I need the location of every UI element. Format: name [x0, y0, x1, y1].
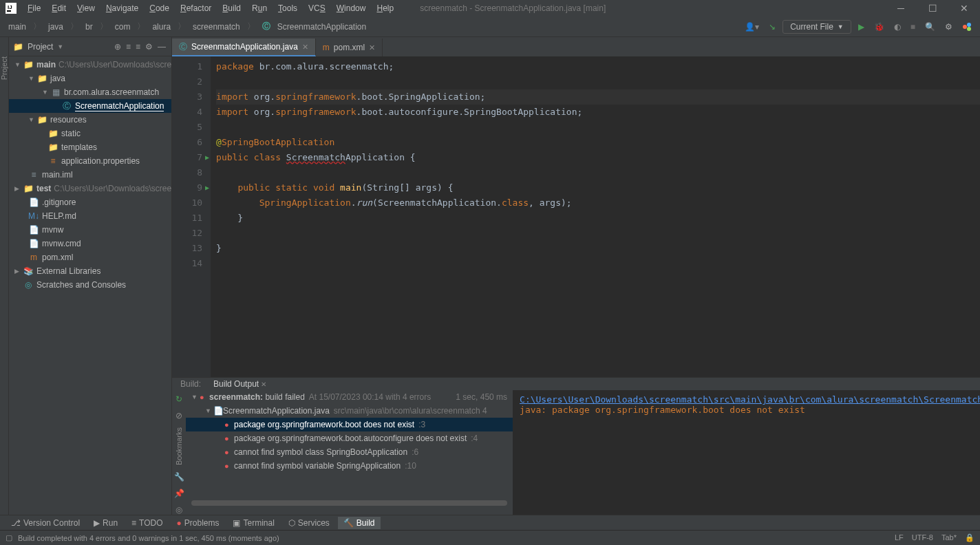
- close-icon[interactable]: ✕: [302, 43, 308, 52]
- error-icon: ●: [177, 518, 182, 528]
- select-opened-icon[interactable]: ⊕: [113, 41, 122, 53]
- tree-node-mvnw[interactable]: 📄mvnw: [9, 223, 171, 237]
- search-icon[interactable]: 🔍: [922, 21, 938, 33]
- project-tree[interactable]: ▼📁mainC:\Users\User\Downloads\scre ▼📁jav…: [9, 56, 171, 515]
- build-output-tab[interactable]: Build Output ✕: [211, 378, 269, 390]
- menu-help[interactable]: Help: [371, 1, 399, 16]
- coverage-button[interactable]: ◐: [891, 21, 904, 33]
- run-gutter-icon[interactable]: ▶: [205, 180, 209, 195]
- code-content[interactable]: ●4 ▲2 ✔1 ˄ package br.com.alura.screenma…: [211, 56, 980, 377]
- run-button[interactable]: ▶: [855, 21, 867, 33]
- menu-edit[interactable]: Edit: [46, 1, 72, 16]
- tree-node-resources[interactable]: ▼📁resources: [9, 113, 171, 127]
- menu-view[interactable]: View: [72, 1, 100, 16]
- todo-tool[interactable]: ≡TODO: [126, 517, 168, 529]
- tree-node-gitignore[interactable]: 📄.gitignore: [9, 195, 171, 209]
- tree-node-pom[interactable]: mpom.xml: [9, 250, 171, 264]
- build-error-row[interactable]: ●package org.springframework.boot.autoco…: [186, 431, 513, 445]
- hammer-build-icon[interactable]: ↘: [766, 21, 778, 33]
- build-output[interactable]: C:\Users\User\Downloads\screenmatch\src\…: [513, 390, 980, 515]
- menu-navigate[interactable]: Navigate: [100, 1, 144, 16]
- build-error-row[interactable]: ●cannot find symbol class SpringBootAppl…: [186, 445, 513, 459]
- file-encoding[interactable]: UTF-8: [912, 533, 933, 542]
- breadcrumb[interactable]: main〉 java〉 br〉 com〉 alura〉 screenmatch〉…: [6, 19, 369, 34]
- menu-refactor[interactable]: Refactor: [175, 1, 217, 16]
- crumb-main[interactable]: main: [6, 21, 29, 33]
- crumb-br[interactable]: br: [83, 21, 96, 33]
- line-number-gutter[interactable]: 123456 7▶ 8 9▶ 1011121314: [172, 56, 211, 377]
- bookmarks-tool-button[interactable]: Bookmarks: [175, 427, 183, 465]
- close-icon[interactable]: ✕: [369, 43, 375, 52]
- build-file-node[interactable]: ▼📄 ScreenmatchApplication.java src\main\…: [186, 404, 513, 418]
- menu-build[interactable]: Build: [217, 1, 246, 16]
- run-gutter-icon[interactable]: ▶: [205, 150, 209, 165]
- rerun-icon[interactable]: ↻: [175, 394, 182, 404]
- run-tool[interactable]: ▶Run: [88, 517, 123, 529]
- tree-node-test[interactable]: ▶📁testC:\Users\User\Downloads\scree: [9, 182, 171, 195]
- stop-button[interactable]: ■: [908, 21, 918, 33]
- tree-node-mainiml[interactable]: ≡main.iml: [9, 168, 171, 182]
- tree-node-scratches[interactable]: ◎Scratches and Consoles: [9, 278, 171, 292]
- tree-node-templates[interactable]: 📁templates: [9, 140, 171, 154]
- menu-file[interactable]: File: [22, 1, 46, 16]
- services-icon: ⬡: [288, 518, 295, 528]
- tree-node-app-class[interactable]: ⒸScreenmatchApplication: [9, 99, 171, 113]
- services-tool[interactable]: ⬡Services: [283, 517, 335, 529]
- debug-button[interactable]: 🐞: [871, 21, 887, 33]
- line-separator[interactable]: LF: [895, 533, 904, 542]
- menu-window[interactable]: Window: [331, 1, 372, 16]
- menu-code[interactable]: Code: [144, 1, 175, 16]
- indent-info[interactable]: Tab*: [941, 533, 957, 542]
- terminal-tool[interactable]: ▣Terminal: [227, 517, 279, 529]
- crumb-com[interactable]: com: [112, 21, 134, 33]
- minimize-button[interactable]: ─: [885, 0, 917, 17]
- build-tree[interactable]: ▼● screenmatch: build failed At 15/07/20…: [186, 390, 513, 515]
- tree-node-mvnwcmd[interactable]: 📄mvnw.cmd: [9, 237, 171, 250]
- build-error-message: java: package org.springframework.boot d…: [520, 405, 980, 415]
- build-output-path[interactable]: C:\Users\User\Downloads\screenmatch\src\…: [520, 394, 980, 405]
- expand-all-icon[interactable]: ≡: [125, 41, 132, 53]
- crumb-screenmatch[interactable]: screenmatch: [190, 21, 243, 33]
- scrollbar[interactable]: [191, 500, 507, 506]
- gear-icon[interactable]: ⚙: [144, 41, 154, 53]
- build-error-row[interactable]: ●package org.springframework.boot does n…: [186, 418, 513, 431]
- problems-tool[interactable]: ●Problems: [171, 517, 225, 529]
- tree-node-external-libs[interactable]: ▶📚External Libraries: [9, 264, 171, 278]
- target-icon[interactable]: ◎: [175, 505, 182, 515]
- crumb-alura[interactable]: alura: [149, 21, 173, 33]
- code-editor[interactable]: 123456 7▶ 8 9▶ 1011121314 ●4 ▲2 ✔1 ˄ pac…: [172, 56, 980, 377]
- menu-run[interactable]: Run: [246, 1, 273, 16]
- collapse-all-icon[interactable]: ≡: [134, 41, 142, 53]
- tab-pom[interactable]: m pom.xml ✕: [316, 39, 383, 56]
- hide-panel-icon[interactable]: —: [156, 41, 167, 53]
- menu-vcs[interactable]: VCS: [303, 1, 331, 16]
- tree-node-appprops[interactable]: ≡application.properties: [9, 154, 171, 168]
- lock-icon[interactable]: 🔒: [965, 533, 974, 542]
- close-button[interactable]: ✕: [948, 0, 980, 17]
- chevron-down-icon[interactable]: ▼: [57, 43, 63, 50]
- build-error-row[interactable]: ●cannot find symbol variable SpringAppli…: [186, 459, 513, 473]
- tree-node-package[interactable]: ▼▦br.com.alura.screenmatch: [9, 85, 171, 99]
- tree-node-main[interactable]: ▼📁mainC:\Users\User\Downloads\scre: [9, 58, 171, 72]
- crumb-file[interactable]: ScreenmatchApplication: [275, 21, 369, 33]
- settings-icon[interactable]: ⚙: [942, 21, 955, 33]
- filter-icon[interactable]: ⊘: [175, 411, 182, 420]
- maximize-button[interactable]: ☐: [917, 0, 948, 17]
- tree-node-static[interactable]: 📁static: [9, 127, 171, 140]
- run-configuration-dropdown[interactable]: Current File ▼: [782, 20, 851, 34]
- window-icon[interactable]: ▢: [6, 533, 12, 542]
- build-root-node[interactable]: ▼● screenmatch: build failed At 15/07/20…: [186, 390, 513, 404]
- wrench-icon[interactable]: 🔧: [174, 472, 184, 482]
- tab-screenmatch-app[interactable]: Ⓒ ScreenmatchApplication.java ✕: [172, 39, 316, 56]
- tree-node-java[interactable]: ▼📁java: [9, 72, 171, 85]
- crumb-java[interactable]: java: [45, 21, 66, 33]
- add-user-icon[interactable]: 👤▾: [742, 21, 762, 33]
- menu-tools[interactable]: Tools: [273, 1, 303, 16]
- build-tool[interactable]: 🔨Build: [338, 517, 381, 529]
- toolbox-icon[interactable]: [959, 21, 974, 33]
- svg-point-3: [963, 25, 967, 29]
- tree-node-help[interactable]: M↓HELP.md: [9, 209, 171, 223]
- project-tool-button[interactable]: Project: [0, 51, 8, 85]
- pin-icon[interactable]: 📌: [174, 489, 184, 498]
- version-control-tool[interactable]: ⎇Version Control: [6, 517, 85, 529]
